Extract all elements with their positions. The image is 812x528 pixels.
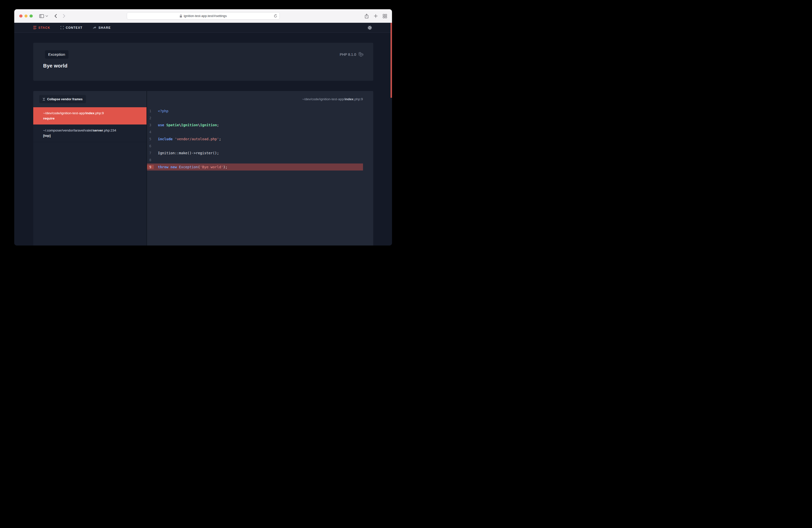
exception-type-badge: Exception [45, 50, 69, 59]
tab-context[interactable]: CONTEXT [60, 26, 83, 29]
frame-path: ~/dev/code/ignition-test-app/index.php:9 [43, 111, 143, 116]
tab-stack[interactable]: STACK [33, 26, 50, 29]
ignition-page: STACK CONTEXT SHARE [14, 23, 392, 246]
line-number: 8 [147, 158, 154, 162]
collapse-label: Collapse vendor frames [47, 98, 83, 101]
share-icon[interactable] [364, 14, 369, 18]
stack-frame[interactable]: ~/.composer/vendor/laravel/valet/server.… [33, 124, 146, 142]
tab-context-label: CONTEXT [66, 26, 83, 29]
code-line-9: 9throw new Exception('Bye world'); [147, 163, 363, 171]
exception-message: Bye world [43, 63, 363, 69]
zoom-window-button[interactable] [29, 15, 33, 18]
code-text: Ignition::make()->register(); [154, 151, 219, 155]
back-button[interactable] [54, 14, 57, 18]
line-number: 5 [147, 137, 154, 141]
code-text: throw new Exception('Bye world'); [154, 165, 228, 169]
code-line-8: 8 [147, 157, 363, 163]
line-number: 3 [147, 123, 154, 127]
share-arrow-icon [93, 26, 97, 29]
forward-button[interactable] [63, 14, 66, 18]
collapse-icon [43, 98, 45, 101]
red-scrollbar[interactable] [391, 23, 392, 98]
chevron-down-icon[interactable] [45, 15, 48, 17]
line-number: 2 [147, 116, 154, 120]
tab-stack-label: STACK [39, 26, 50, 29]
code-text: <?php [154, 109, 169, 113]
exception-card: Exception Bye world PHP 8.1.0 [33, 43, 373, 81]
safari-window: ignition-test-app.test/#settings STACK [14, 9, 392, 246]
code-text: include 'vendor/autoload.php'; [154, 137, 221, 141]
code-line-6: 6 [147, 143, 363, 149]
frames-list: ~/dev/code/ignition-test-app/index.php:9… [33, 107, 146, 246]
line-number: 4 [147, 130, 154, 134]
code-line-4: 4 [147, 129, 363, 135]
code-line-5: 5include 'vendor/autoload.php'; [147, 135, 363, 143]
frame-method: [top] [43, 133, 143, 138]
frame-path: ~/.composer/vendor/laravel/valet/server.… [43, 128, 143, 133]
code-header: ~/dev/code/ignition-test-app/index.php:9 [147, 91, 373, 107]
reload-icon[interactable] [274, 14, 277, 18]
ignition-navbar: STACK CONTEXT SHARE [14, 23, 392, 33]
frames-pane: Collapse vendor frames ~/dev/code/igniti… [33, 91, 146, 246]
laravel-icon [359, 52, 363, 57]
url-text: ignition-test-app.test/#settings [184, 14, 227, 18]
line-number: 7 [147, 151, 154, 155]
code-line-1: 1<?php [147, 107, 363, 115]
lock-icon [179, 14, 182, 18]
code-line-3: 3use Spatie\Ignition\Ignition; [147, 121, 363, 129]
browser-toolbar: ignition-test-app.test/#settings [14, 9, 392, 23]
settings-gear-icon[interactable] [367, 26, 372, 30]
new-tab-icon[interactable] [374, 14, 378, 18]
stack-frame[interactable]: ~/dev/code/ignition-test-app/index.php:9… [33, 107, 146, 124]
frames-header: Collapse vendor frames [33, 91, 146, 107]
url-bar[interactable]: ignition-test-app.test/#settings [127, 12, 280, 19]
code-snippet: 1<?php23use Spatie\Ignition\Ignition;45i… [147, 107, 373, 171]
frame-method: require [43, 116, 143, 121]
code-line-2: 2 [147, 115, 363, 121]
minimize-window-button[interactable] [25, 15, 28, 18]
open-file-path: ~/dev/code/ignition-test-app/index.php:9 [302, 97, 363, 101]
sidebar-icon[interactable] [39, 14, 44, 18]
php-version-chip: PHP 8.1.0 [340, 52, 363, 57]
tab-overview-icon[interactable] [383, 14, 387, 18]
context-frame-icon [60, 26, 64, 29]
tab-share[interactable]: SHARE [93, 26, 111, 29]
traffic-lights [19, 15, 33, 18]
line-number: 1 [147, 109, 154, 113]
code-line-7: 7Ignition::make()->register(); [147, 149, 363, 157]
php-version: PHP 8.1.0 [340, 53, 356, 57]
stack-trace-card: Collapse vendor frames ~/dev/code/igniti… [33, 91, 373, 246]
line-number: 9 [147, 165, 154, 169]
code-pane: ~/dev/code/ignition-test-app/index.php:9… [147, 91, 373, 246]
stack-trace-icon [33, 26, 37, 29]
code-text: use Spatie\Ignition\Ignition; [154, 123, 219, 127]
tab-share-label: SHARE [99, 26, 111, 29]
collapse-vendor-frames-button[interactable]: Collapse vendor frames [39, 95, 86, 103]
line-number: 6 [147, 144, 154, 148]
close-window-button[interactable] [19, 15, 23, 18]
